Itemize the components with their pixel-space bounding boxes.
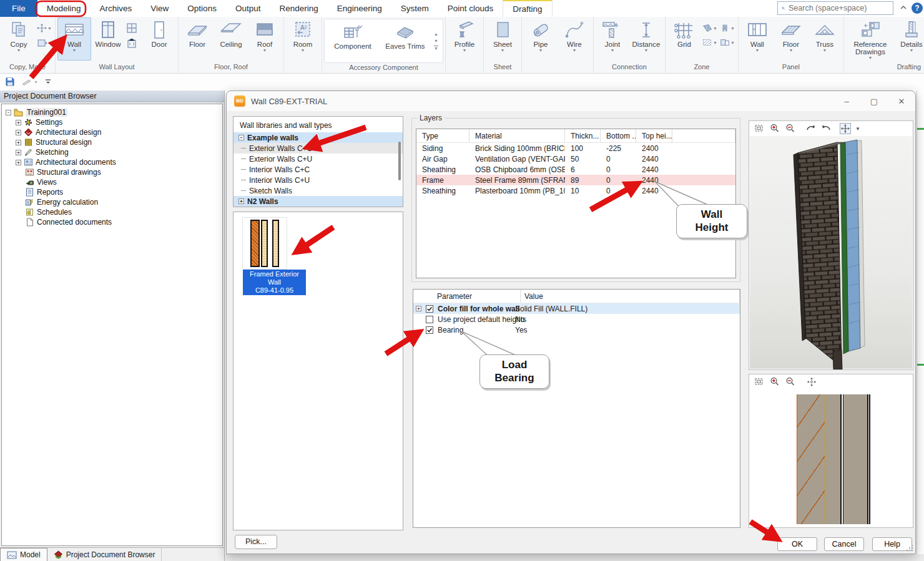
tab-output[interactable]: Output	[226, 0, 270, 17]
fit-view-icon[interactable]	[753, 123, 764, 134]
expand-icon[interactable]: +	[16, 140, 21, 145]
param-row-bearing[interactable]: Bearing Yes	[413, 324, 740, 335]
layer-row-siding[interactable]: SidingBrick Siding 100mm (BRICK-1...100-…	[416, 143, 735, 154]
collapse-expander-icon[interactable]: -	[6, 110, 11, 115]
component-button[interactable]: Component	[327, 19, 378, 62]
color-fill-checkbox[interactable]	[426, 305, 433, 313]
zone-hatch-button[interactable]: ▼	[702, 37, 717, 48]
tree-item-structural-design[interactable]: + Structural design	[2, 137, 222, 147]
move-button[interactable]: ▼	[37, 22, 52, 34]
wall-group-n2-walls[interactable]: +N2 Walls	[233, 196, 403, 207]
tab-archives[interactable]: Archives	[91, 0, 142, 17]
tab-options[interactable]: Options	[178, 0, 226, 17]
layers-table[interactable]: Type Material Thickn... Bottom ... Top h…	[416, 129, 736, 278]
tree-item-architectural-design[interactable]: + Architectural design	[2, 127, 222, 137]
resize-grip[interactable]	[906, 544, 913, 552]
tab-system[interactable]: System	[391, 0, 438, 17]
wall-type-sketch-walls[interactable]: Sketch Walls	[233, 185, 403, 196]
floor-button[interactable]: Floor	[180, 17, 214, 61]
copy-button[interactable]: Copy▼	[2, 17, 36, 61]
dialog-titlebar[interactable]: BD Wall C89-EXT-TRIAL – ▢ ✕	[227, 91, 915, 111]
panel-floor-button[interactable]: Floor▼	[774, 17, 808, 61]
window-grid-button[interactable]	[126, 22, 141, 34]
layer-row-sheathing-pb[interactable]: SheathingPlasterboard 10mm (PB_10)100244…	[416, 185, 735, 196]
wall-type-interior-cc[interactable]: Interior Walls C+C	[233, 164, 403, 175]
cancel-button[interactable]: Cancel	[824, 537, 864, 551]
wall-list-scrollbar[interactable]	[398, 142, 401, 180]
zone-building-button[interactable]: ▼	[720, 22, 735, 34]
joint-button[interactable]: Joint▼	[596, 17, 629, 61]
zoom-in-icon[interactable]	[769, 376, 780, 388]
tab-view[interactable]: View	[141, 0, 178, 17]
panel-wall-button[interactable]: Wall▼	[740, 17, 774, 61]
param-row-default-heights[interactable]: Use project default heights No	[413, 314, 740, 324]
paste-special-button[interactable]	[37, 37, 52, 49]
wall-type-interior-cu[interactable]: Interior Walls C+U	[233, 175, 403, 185]
grid-button[interactable]: Grid	[667, 17, 701, 61]
pen-tool-icon[interactable]: ▼	[21, 78, 38, 85]
save-icon[interactable]	[5, 77, 15, 87]
window-button[interactable]: Window	[91, 17, 125, 61]
tab-engineering[interactable]: Engineering	[328, 0, 391, 17]
expand-icon[interactable]: +	[416, 306, 421, 311]
tab-file[interactable]: File	[0, 0, 37, 17]
wall-thumbnail-label[interactable]: Framed Exterior WallC89-41-0.95	[243, 270, 306, 295]
pan-dropdown-icon[interactable]: ▼	[855, 127, 860, 130]
tree-item-settings[interactable]: + Settings	[2, 117, 222, 127]
tab-model[interactable]: Model	[0, 548, 47, 561]
tree-item-reports[interactable]: Reports	[2, 187, 222, 197]
zone-polygon-button[interactable]: ▼	[702, 22, 717, 34]
bearing-checkbox[interactable]	[426, 326, 433, 334]
tree-item-sketching[interactable]: + Sketching	[2, 147, 222, 157]
tree-item-connected-documents[interactable]: Connected documents	[2, 217, 222, 227]
expand-icon[interactable]: +	[238, 198, 244, 204]
default-heights-checkbox[interactable]	[426, 316, 433, 323]
pan-icon[interactable]	[840, 123, 851, 134]
expand-icon[interactable]: +	[16, 120, 21, 125]
layer-row-sheathing-osb[interactable]: SheathingOSB Chipboard 6mm (OSB_6)602440	[416, 164, 735, 175]
tree-item-architectural-documents[interactable]: + Architectural documents	[2, 157, 222, 167]
zoom-in-icon[interactable]	[769, 123, 780, 134]
zoom-out-icon[interactable]	[784, 123, 795, 134]
maximize-button[interactable]: ▢	[868, 97, 880, 106]
zone-split-button[interactable]: ▼	[720, 37, 735, 48]
zoom-out-icon[interactable]	[784, 376, 795, 388]
search-input[interactable]	[789, 4, 889, 12]
wire-button[interactable]: Wire▼	[558, 17, 591, 61]
layer-row-frame[interactable]: FrameSteel Frame 89mm (SFRAME-...8902440	[416, 175, 735, 185]
profile-button[interactable]: Profile▼	[448, 17, 481, 61]
pipe-button[interactable]: Pipe▼	[524, 17, 558, 61]
accessory-scroll-arrows[interactable]: ▲▼▼	[432, 19, 440, 62]
sheet-button[interactable]: Sheet▼	[486, 17, 519, 61]
expand-icon[interactable]: +	[16, 130, 21, 135]
help-icon[interactable]: ?	[912, 2, 923, 14]
ceiling-button[interactable]: Ceiling	[214, 17, 248, 61]
tree-item-views[interactable]: Views	[2, 177, 222, 187]
preview-3d-canvas[interactable]	[750, 136, 912, 369]
cabinet-button[interactable]	[126, 37, 141, 49]
rotate-left-icon[interactable]	[805, 123, 816, 134]
param-row-color-fill[interactable]: + Color fill for whole wall Solid Fill (…	[413, 303, 740, 314]
search-box[interactable]	[777, 1, 893, 15]
ok-button[interactable]: OK	[777, 537, 817, 551]
tree-item-energy-calculation[interactable]: Energy calculation	[2, 197, 222, 207]
tab-modeling[interactable]: Modeling	[37, 0, 91, 17]
expand-icon[interactable]: +	[16, 150, 21, 155]
collapse-ribbon-icon[interactable]	[899, 4, 909, 12]
door-button[interactable]: Door	[142, 17, 176, 61]
eaves-trims-button[interactable]: Eaves Trims	[378, 19, 432, 62]
tab-project-document-browser[interactable]: Project Document Browser	[47, 548, 162, 561]
tab-drafting[interactable]: Drafting	[503, 0, 552, 17]
wall-type-exterior-cc[interactable]: Exterior Walls C+C	[233, 143, 403, 154]
tree-item-structural-drawings[interactable]: Structural drawings	[2, 167, 222, 177]
wall-button[interactable]: Wall▼	[57, 17, 91, 61]
layer-row-airgap[interactable]: Air GapVentilation Gap (VENT-GAP)5002440	[416, 154, 735, 164]
collapse-expander-icon[interactable]: -	[238, 135, 244, 140]
wall-group-example-walls[interactable]: -Example walls	[233, 132, 403, 143]
roof-button[interactable]: Roof▼	[248, 17, 282, 61]
close-button[interactable]: ✕	[895, 97, 908, 106]
minimize-button[interactable]: –	[840, 97, 853, 106]
fit-view-icon[interactable]	[753, 376, 764, 388]
tree-item-root[interactable]: - Training001	[2, 107, 222, 117]
tab-rendering[interactable]: Rendering	[270, 0, 327, 17]
